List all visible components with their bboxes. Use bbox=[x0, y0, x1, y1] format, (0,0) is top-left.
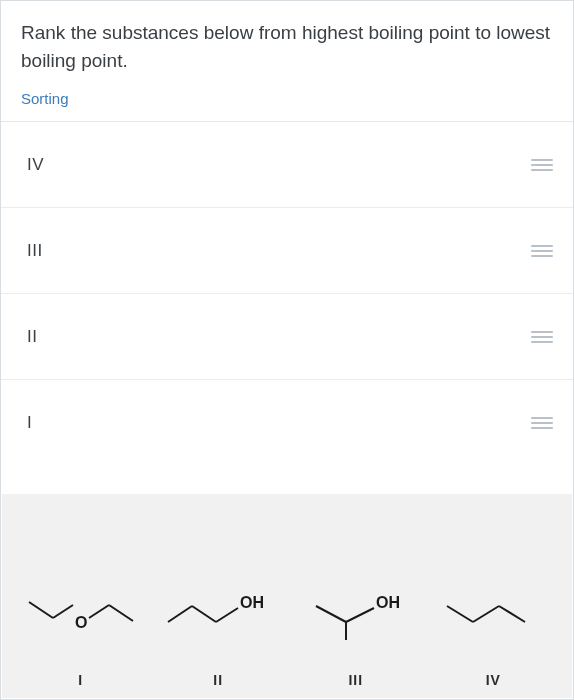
question-type-label: Sorting bbox=[21, 90, 553, 107]
structure-roman-label: I bbox=[78, 672, 83, 688]
sort-item[interactable]: II bbox=[1, 294, 573, 380]
molecule-butane bbox=[433, 588, 553, 644]
sort-list: IV III II I bbox=[1, 122, 573, 466]
structure-cell: IV bbox=[425, 588, 563, 688]
drag-handle-icon[interactable] bbox=[511, 235, 553, 267]
sort-item-label: III bbox=[27, 241, 43, 261]
structure-reference-panel: O I OH II bbox=[2, 494, 572, 698]
structure-roman-label: III bbox=[348, 672, 363, 688]
svg-line-9 bbox=[346, 608, 374, 622]
sort-item[interactable]: I bbox=[1, 380, 573, 466]
question-card: Rank the substances below from highest b… bbox=[1, 1, 573, 122]
oxygen-atom-label: O bbox=[75, 614, 87, 631]
molecule-ether: O bbox=[21, 588, 141, 644]
structure-cell: OH II bbox=[150, 588, 288, 688]
svg-line-1 bbox=[53, 605, 73, 618]
sort-item[interactable]: IV bbox=[1, 122, 573, 208]
svg-line-10 bbox=[447, 606, 473, 622]
structure-roman-label: IV bbox=[486, 672, 501, 688]
svg-line-12 bbox=[499, 606, 525, 622]
molecule-isopropanol: OH bbox=[296, 588, 416, 644]
svg-line-3 bbox=[109, 605, 133, 621]
hydroxyl-label: OH bbox=[376, 594, 400, 611]
structure-row: O I OH II bbox=[12, 522, 562, 688]
svg-line-7 bbox=[316, 606, 346, 622]
svg-line-2 bbox=[89, 605, 109, 618]
svg-line-6 bbox=[216, 608, 238, 622]
svg-line-0 bbox=[29, 602, 53, 618]
drag-handle-icon[interactable] bbox=[511, 321, 553, 353]
svg-line-11 bbox=[473, 606, 499, 622]
sort-item[interactable]: III bbox=[1, 208, 573, 294]
structure-cell: OH III bbox=[287, 588, 425, 688]
svg-line-5 bbox=[192, 606, 216, 622]
question-prompt: Rank the substances below from highest b… bbox=[21, 19, 553, 74]
sort-item-label: II bbox=[27, 327, 37, 347]
sort-item-label: I bbox=[27, 413, 32, 433]
drag-handle-icon[interactable] bbox=[511, 407, 553, 439]
sort-item-label: IV bbox=[27, 155, 44, 175]
svg-line-4 bbox=[168, 606, 192, 622]
drag-handle-icon[interactable] bbox=[511, 149, 553, 181]
molecule-n-propanol: OH bbox=[158, 588, 278, 644]
structure-roman-label: II bbox=[213, 672, 223, 688]
structure-cell: O I bbox=[12, 588, 150, 688]
hydroxyl-label: OH bbox=[240, 594, 264, 611]
